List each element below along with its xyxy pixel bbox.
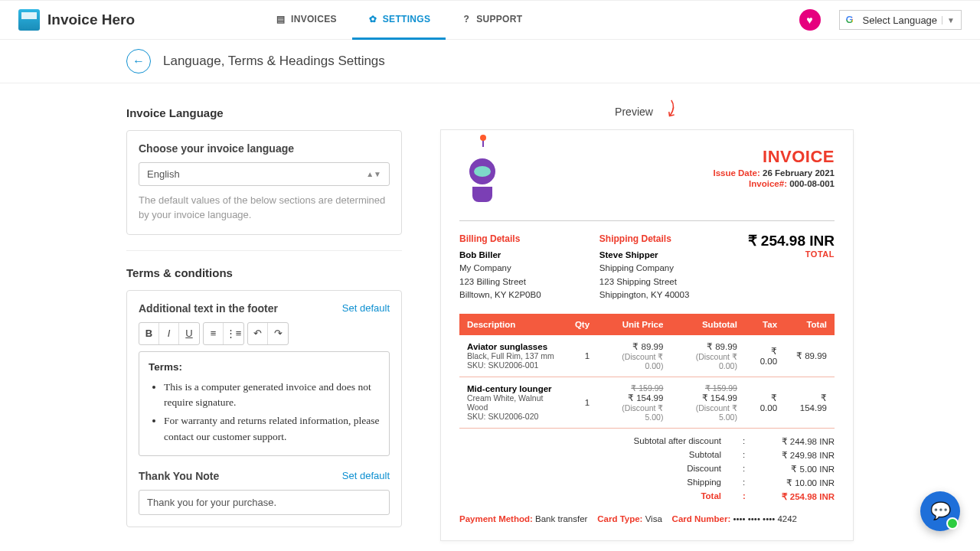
editor-toolbar: B I U ≡ ⋮≡ ↶ ↷ bbox=[139, 322, 390, 345]
arrow-left-icon: ← bbox=[132, 54, 145, 68]
terms-item: This is a computer generated invoice and… bbox=[164, 380, 380, 411]
footer-text-label: Additional text in the footer bbox=[139, 302, 278, 315]
preview-label: Preview bbox=[440, 102, 854, 122]
issue-date-label: Issue Date: bbox=[713, 168, 760, 178]
heart-icon: ♥ bbox=[806, 14, 812, 26]
question-icon: ? bbox=[461, 14, 472, 24]
favorite-button[interactable]: ♥ bbox=[799, 9, 821, 31]
italic-button[interactable]: I bbox=[159, 323, 179, 344]
choose-language-label: Choose your invoice language bbox=[139, 142, 390, 155]
caret-icon: ▼ bbox=[942, 16, 955, 24]
select-caret-icon: ▲▼ bbox=[366, 170, 381, 178]
google-icon: G bbox=[846, 14, 858, 26]
chat-icon: 💬 bbox=[930, 501, 951, 521]
issue-date-value: 26 February 2021 bbox=[763, 168, 835, 178]
language-helper-text: The default values of the below sections… bbox=[139, 194, 390, 223]
divider bbox=[126, 250, 402, 251]
logo-icon bbox=[18, 9, 40, 31]
company-logo bbox=[459, 147, 505, 207]
invoice-preview: INVOICE Issue Date: 26 February 2021 Inv… bbox=[440, 129, 854, 541]
main-nav: ▤ INVOICES ✿ SETTINGS ? SUPPORT bbox=[260, 0, 537, 40]
invoice-summary: Subtotal after discount:₹ 244.98 INR Sub… bbox=[459, 435, 835, 504]
language-select-value: English bbox=[147, 168, 180, 180]
app-logo[interactable]: Invoice Hero bbox=[18, 9, 135, 31]
invoice-title: INVOICE bbox=[713, 147, 835, 167]
col-tax: Tax bbox=[745, 314, 785, 335]
preview-panel: Preview INVOICE Issue Date: 26 February … bbox=[440, 102, 854, 543]
sub-header: ← Language, Terms & Headings Settings bbox=[0, 40, 980, 83]
terms-heading: Terms: bbox=[149, 361, 182, 373]
col-total: Total bbox=[785, 314, 835, 335]
billing-details: Billing Details Bob Biller My Company 12… bbox=[459, 232, 541, 302]
payment-info: Payment Method: Bank transfer Card Type:… bbox=[459, 514, 835, 523]
col-unit: Unit Price bbox=[597, 314, 671, 335]
shipping-details: Shipping Details Steve Shipper Shipping … bbox=[599, 232, 689, 302]
topbar: Invoice Hero ▤ INVOICES ✿ SETTINGS ? SUP… bbox=[0, 0, 980, 40]
gear-icon: ✿ bbox=[368, 14, 378, 24]
underline-button[interactable]: U bbox=[179, 323, 199, 344]
grand-total: ₹ 254.98 INR TOTAL bbox=[748, 232, 835, 302]
section-terms-title: Terms & conditions bbox=[126, 266, 402, 279]
bullet-list-button[interactable]: ≡ bbox=[204, 323, 224, 344]
nav-support-label: SUPPORT bbox=[476, 14, 522, 24]
col-qty: Qty bbox=[567, 314, 597, 335]
table-row: Mid-century loungerCream White, Walnut W… bbox=[459, 377, 835, 429]
set-default-footer-link[interactable]: Set default bbox=[342, 302, 390, 314]
page-title: Language, Terms & Headings Settings bbox=[163, 54, 385, 69]
line-items-table: Description Qty Unit Price Subtotal Tax … bbox=[459, 314, 835, 429]
redo-button[interactable]: ↷ bbox=[268, 323, 288, 344]
invoice-number-label: Invoice#: bbox=[749, 179, 787, 188]
section-language-title: Invoice Language bbox=[126, 106, 402, 119]
invoice-number-value: 000-08-001 bbox=[789, 179, 835, 188]
document-icon: ▤ bbox=[276, 14, 286, 24]
nav-invoices[interactable]: ▤ INVOICES bbox=[260, 0, 352, 40]
bold-button[interactable]: B bbox=[139, 323, 159, 344]
terms-editor[interactable]: Terms: This is a computer generated invo… bbox=[139, 351, 390, 456]
settings-panel: Invoice Language Choose your invoice lan… bbox=[126, 102, 402, 543]
nav-settings[interactable]: ✿ SETTINGS bbox=[352, 0, 446, 40]
main-content: Invoice Language Choose your invoice lan… bbox=[119, 83, 861, 551]
back-button[interactable]: ← bbox=[126, 49, 151, 73]
col-description: Description bbox=[459, 314, 567, 335]
col-subtotal: Subtotal bbox=[671, 314, 745, 335]
nav-settings-label: SETTINGS bbox=[383, 14, 430, 24]
chat-widget[interactable]: 💬 bbox=[920, 491, 960, 531]
undo-button[interactable]: ↶ bbox=[248, 323, 268, 344]
app-name: Invoice Hero bbox=[47, 11, 135, 28]
terms-item: For warranty and returns related informa… bbox=[164, 413, 380, 445]
numbered-list-button[interactable]: ⋮≡ bbox=[224, 323, 243, 344]
language-select[interactable]: English ▲▼ bbox=[139, 162, 390, 186]
language-picker-label: Select Language bbox=[863, 15, 938, 26]
curved-arrow-icon bbox=[657, 96, 685, 124]
nav-invoices-label: INVOICES bbox=[291, 14, 337, 24]
thank-you-label: Thank You Note bbox=[139, 470, 219, 482]
language-picker[interactable]: G Select Language ▼ bbox=[839, 10, 962, 30]
language-card: Choose your invoice language English ▲▼ … bbox=[126, 130, 402, 235]
table-row: Aviator sunglassesBlack, Full Rim, 137 m… bbox=[459, 335, 835, 377]
thank-you-input[interactable] bbox=[139, 490, 390, 515]
terms-card: Additional text in the footer Set defaul… bbox=[126, 290, 402, 527]
nav-support[interactable]: ? SUPPORT bbox=[446, 0, 537, 40]
set-default-thank-link[interactable]: Set default bbox=[342, 470, 390, 481]
